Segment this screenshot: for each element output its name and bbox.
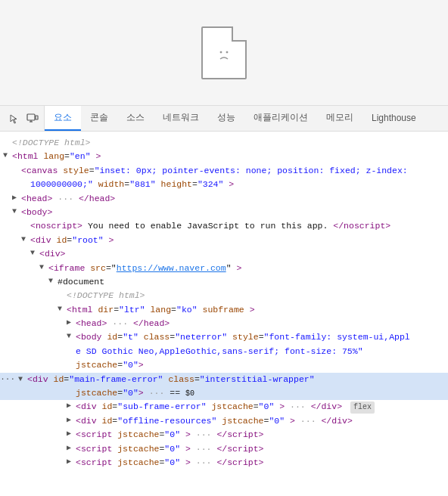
toggle-root[interactable]: ▼ bbox=[18, 234, 29, 246]
code-line-4: ▶ <head> ··· </head> bbox=[0, 192, 448, 206]
code-line-12: ▼ <html dir="ltr" lang="ko" subframe > bbox=[0, 303, 448, 317]
code-line-18: ▶ <div id="sub-frame-error" jstcache="0"… bbox=[0, 400, 448, 414]
devtools-toolbar: 요소 콘솔 소스 네트워크 성능 애플리케이션 메모리 Lighthouse bbox=[0, 106, 448, 132]
cursor-icon[interactable] bbox=[8, 112, 21, 126]
three-dots: ··· bbox=[0, 373, 15, 386]
tab-elements[interactable]: 요소 bbox=[45, 106, 81, 131]
tab-sources[interactable]: 소스 bbox=[117, 106, 154, 131]
broken-page-icon bbox=[201, 26, 247, 79]
preview-area bbox=[0, 0, 448, 106]
code-line-6: <noscript> You need to enable JavaScript… bbox=[0, 219, 448, 233]
tab-console[interactable]: 콘솔 bbox=[81, 106, 117, 131]
toggle-inner-html[interactable]: ▼ bbox=[54, 303, 65, 315]
toggle-head[interactable]: ▶ bbox=[9, 192, 20, 204]
tab-lighthouse[interactable]: Lighthouse bbox=[362, 106, 425, 131]
svg-rect-5 bbox=[36, 116, 38, 119]
flex-badge: flex bbox=[350, 401, 375, 414]
code-line-13: ▶ <head> ··· </head> bbox=[0, 317, 448, 330]
toggle-body-inner[interactable]: ▼ bbox=[64, 330, 74, 343]
toggle-script-3[interactable]: ▶ bbox=[64, 456, 74, 468]
code-line-8: ▼ <div> bbox=[0, 247, 448, 261]
code-line-3b: 1000000000;" width="881" height="324" > bbox=[0, 178, 448, 191]
code-line-14: ▼ <body id="t" class="neterror" style="f… bbox=[0, 330, 448, 344]
toggle-offline-resources[interactable]: ▶ bbox=[64, 414, 74, 426]
code-line-7: ▼ <div id="root" > bbox=[0, 234, 448, 247]
tab-performance[interactable]: 성능 bbox=[208, 106, 244, 131]
tab-memory[interactable]: 메모리 bbox=[317, 106, 362, 131]
toggle-html[interactable]: ▼ bbox=[0, 150, 11, 162]
code-line-11: <!DOCTYPE html> bbox=[0, 289, 448, 302]
toggle-body[interactable]: ▼ bbox=[9, 206, 20, 218]
naver-link[interactable]: https://www.naver.com bbox=[117, 263, 226, 273]
toggle-sub-frame-error[interactable]: ▶ bbox=[64, 400, 74, 412]
tab-list: 요소 콘솔 소스 네트워크 성능 애플리케이션 메모리 Lighthouse bbox=[45, 106, 445, 131]
code-line-16[interactable]: ··· ▼ <div id="main-frame-error" class="… bbox=[0, 373, 448, 386]
toggle-inner-head[interactable]: ▶ bbox=[64, 317, 74, 329]
toggle-script-2[interactable]: ▶ bbox=[64, 442, 74, 454]
toggle-document[interactable]: ▼ bbox=[45, 275, 56, 287]
code-line-17: jstcache="0"> ··· == $0 bbox=[0, 386, 448, 400]
code-line-21: ▶ <script jstcache="0" > ··· </script> bbox=[0, 442, 448, 456]
tab-application[interactable]: 애플리케이션 bbox=[244, 106, 317, 131]
code-line-20: ▶ <script jstcache="0" > ··· </script> bbox=[0, 428, 448, 442]
code-line-2: ▼ <html lang="en" > bbox=[0, 150, 448, 163]
code-line-5: ▼ <body> bbox=[0, 206, 448, 219]
code-line-1: <!DOCTYPE html> bbox=[0, 136, 448, 150]
toolbar-icons bbox=[3, 106, 45, 131]
svg-rect-4 bbox=[27, 114, 35, 120]
device-icon[interactable] bbox=[26, 112, 39, 126]
code-line-14b: e SD Gothic Neo,AppleGothic,sans-serif; … bbox=[0, 345, 448, 358]
code-line-10: ▼ #document bbox=[0, 275, 448, 289]
toggle-iframe[interactable]: ▼ bbox=[36, 262, 47, 274]
code-line-22: ▶ <script jstcache="0" > ··· </script> bbox=[0, 456, 448, 470]
toggle-main-frame-error[interactable]: ▼ bbox=[15, 374, 26, 386]
broken-face bbox=[213, 42, 235, 70]
code-line-14c: jstcache="0"> bbox=[0, 358, 448, 372]
code-line-9: ▼ <iframe src="https://www.naver.com" > bbox=[0, 262, 448, 275]
tab-network[interactable]: 네트워크 bbox=[154, 106, 208, 131]
code-panel: <!DOCTYPE html> ▼ <html lang="en" > <can… bbox=[0, 132, 448, 474]
toggle-script-1[interactable]: ▶ bbox=[64, 428, 74, 440]
code-line-3: <canvas style="inset: 0px; pointer-event… bbox=[0, 164, 448, 178]
code-line-19: ▶ <div id="offline-resources" jstcache="… bbox=[0, 414, 448, 428]
toggle-div[interactable]: ▼ bbox=[27, 247, 38, 259]
